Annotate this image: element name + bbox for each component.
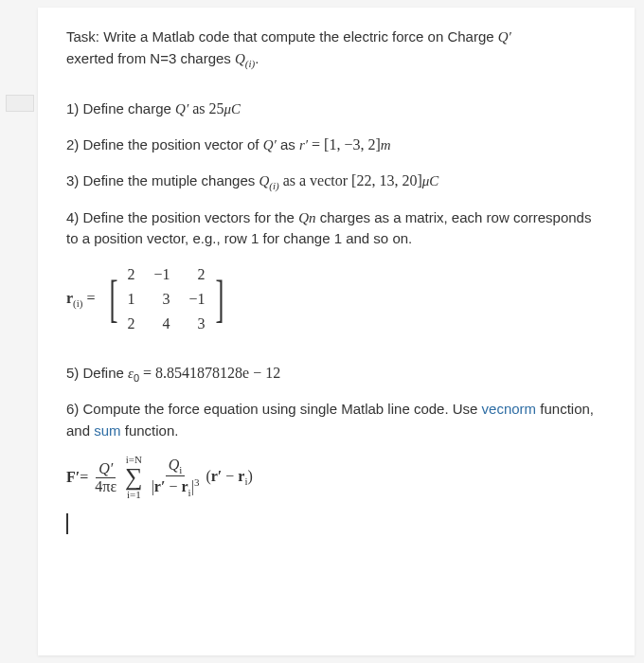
step1-unit: μC bbox=[224, 101, 242, 116]
step3-text-b: as a vector [22, 13, 20] bbox=[279, 172, 422, 188]
margin-tab bbox=[6, 95, 34, 112]
matrix-definition: r(i) = [ 2 −1 2 1 3 −1 2 4 3 ] bbox=[66, 263, 606, 335]
task-period: . bbox=[255, 50, 259, 66]
formula-tail: (r′ − ri) bbox=[206, 465, 252, 490]
formula-F: F′ bbox=[66, 466, 80, 489]
formula-eq: = bbox=[80, 466, 88, 489]
matrix-cell: 1 bbox=[128, 288, 135, 311]
step-3: 3) Define the mutiple changes Q(i) as a … bbox=[66, 170, 606, 194]
matrix-cell: −1 bbox=[189, 288, 206, 311]
matrix-eq: = bbox=[83, 289, 99, 305]
document-page: Task: Write a Matlab code that compute t… bbox=[38, 8, 635, 655]
step1-Q: Q′ bbox=[175, 101, 188, 116]
step3-text-a: 3) Define the mutiple changes bbox=[66, 172, 259, 188]
matrix-label-sub: (i) bbox=[73, 296, 82, 308]
step2-text-c: = [1, −3, 2] bbox=[308, 136, 381, 152]
frac2-num: Qi bbox=[166, 457, 186, 476]
step4-Qn: Qn bbox=[298, 210, 315, 225]
left-bracket-icon: [ bbox=[109, 274, 117, 325]
frac2-num-Q: Q bbox=[169, 457, 180, 473]
frac2-den-pow: 3 bbox=[194, 476, 200, 488]
step6-text-a: 6) Compute the force equation using sing… bbox=[66, 401, 482, 417]
step3-unit: μC bbox=[422, 173, 439, 188]
force-formula: F′ = Q′ 4πε i=N ∑ i=1 Qi |r′ − ri|3 (r′ … bbox=[66, 455, 606, 500]
matrix-cell: 2 bbox=[128, 263, 135, 286]
step-6: 6) Compute the force equation using sing… bbox=[66, 399, 606, 441]
frac2-den-r2: r bbox=[182, 479, 188, 495]
tail-mid: − bbox=[222, 468, 238, 484]
step-2: 2) Define the position vector of Q′ as r… bbox=[66, 134, 606, 156]
formula-frac2: Qi |r′ − ri|3 bbox=[149, 457, 203, 498]
right-bracket-icon: ] bbox=[215, 274, 224, 325]
step2-Q: Q′ bbox=[263, 137, 277, 152]
formula-frac1: Q′ 4πε bbox=[92, 460, 119, 494]
tail-r1: r′ bbox=[211, 468, 223, 484]
step2-r: r′ bbox=[299, 137, 308, 152]
step1-text-b: as 25 bbox=[188, 100, 224, 116]
task-description: Task: Write a Matlab code that compute t… bbox=[66, 27, 606, 71]
matrix-cell: 3 bbox=[154, 288, 170, 311]
step-1: 1) Define charge Q′ as 25μC bbox=[66, 98, 606, 120]
step5-text-a: 5) Define bbox=[66, 365, 128, 381]
step1-text-a: 1) Define charge bbox=[66, 100, 175, 116]
task-symbol-Qi: Q bbox=[235, 51, 245, 66]
frac1-den: 4πε bbox=[92, 478, 119, 495]
frac2-num-sub: i bbox=[179, 464, 182, 475]
task-symbol-Q: Q′ bbox=[498, 29, 511, 45]
matrix-cell: 3 bbox=[189, 313, 206, 335]
tail-close: ) bbox=[248, 468, 253, 484]
matrix-cell: 4 bbox=[154, 313, 170, 335]
matrix-grid: 2 −1 2 1 3 −1 2 4 3 bbox=[122, 263, 211, 335]
matrix-cell: 2 bbox=[128, 313, 135, 335]
sum-link[interactable]: sum bbox=[94, 422, 120, 439]
frac2-den-mid: − bbox=[165, 479, 181, 495]
step-4: 4) Define the position vectors for the Q… bbox=[66, 207, 606, 250]
frac2-den: |r′ − ri|3 bbox=[149, 476, 203, 498]
frac2-den-r1: r′ bbox=[154, 479, 166, 495]
text-cursor-icon bbox=[66, 513, 68, 534]
matrix-wrap: [ 2 −1 2 1 3 −1 2 4 3 ] bbox=[105, 263, 228, 335]
step3-Q: Q bbox=[259, 173, 269, 188]
step3-Q-sub: (i) bbox=[269, 180, 278, 191]
task-text-2: exerted from N=3 charges bbox=[66, 50, 235, 66]
step-5: 5) Define ε0 = 8.8541878128e − 12 bbox=[66, 362, 606, 386]
step2-unit: m bbox=[381, 137, 391, 152]
vecnorm-link[interactable]: vecnorm bbox=[482, 401, 537, 417]
matrix-cell: −1 bbox=[154, 263, 170, 286]
sigma-icon: ∑ bbox=[125, 465, 143, 490]
sigma-bot: i=1 bbox=[127, 490, 141, 500]
matrix-cell: 2 bbox=[189, 263, 206, 286]
step2-text-a: 2) Define the position vector of bbox=[66, 136, 263, 152]
sigma-block: i=N ∑ i=1 bbox=[125, 455, 143, 500]
step2-text-b: as bbox=[277, 136, 299, 152]
frac1-num: Q′ bbox=[96, 460, 116, 478]
step5-text-b: = 8.8541878128e − 12 bbox=[139, 365, 280, 381]
task-text-1: Task: Write a Matlab code that compute t… bbox=[66, 28, 498, 45]
step4-text-a: 4) Define the position vectors for the bbox=[66, 209, 298, 225]
step6-text-c: function. bbox=[121, 422, 179, 439]
task-symbol-Qi-sub: (i) bbox=[245, 58, 255, 69]
frac1-den-part: 4πε bbox=[95, 478, 116, 494]
